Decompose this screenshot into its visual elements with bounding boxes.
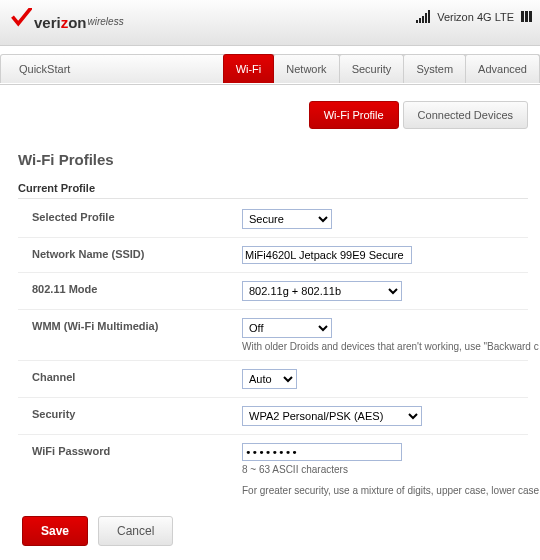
select-security[interactable]: WPA2 Personal/PSK (AES) <box>242 406 422 426</box>
content-area: Wi-Fi Profile Connected Devices Wi-Fi Pr… <box>0 85 540 554</box>
signal-bars-icon <box>416 10 430 23</box>
brand-logo: verizon wireless <box>10 8 124 31</box>
save-button[interactable]: Save <box>22 516 88 546</box>
verizon-check-icon <box>10 8 32 30</box>
label-mode: 802.11 Mode <box>32 281 242 295</box>
select-selected-profile[interactable]: Secure <box>242 209 332 229</box>
label-security: Security <box>32 406 242 420</box>
brand-subtext: wireless <box>88 16 124 27</box>
input-ssid[interactable] <box>242 246 412 264</box>
section-current-profile: Current Profile <box>18 182 528 199</box>
brand-text: verizon <box>34 14 87 31</box>
select-mode[interactable]: 802.11g + 802.11b <box>242 281 402 301</box>
hint-password-length: 8 ~ 63 ASCII characters <box>242 464 539 475</box>
label-wmm: WMM (Wi-Fi Multimedia) <box>32 318 242 332</box>
tab-advanced[interactable]: Advanced <box>465 54 540 83</box>
network-status-text: Verizon 4G LTE <box>437 11 514 23</box>
main-tabstrip: QuickStart Wi-Fi Network Security System… <box>0 46 540 84</box>
label-channel: Channel <box>32 369 242 383</box>
battery-bars-icon <box>521 11 532 22</box>
hint-password-tip: For greater security, use a mixture of d… <box>242 485 539 496</box>
header-bar: verizon wireless Verizon 4G LTE <box>0 0 540 46</box>
status-area: Verizon 4G LTE <box>416 10 532 23</box>
tab-wifi[interactable]: Wi-Fi <box>223 54 275 83</box>
label-ssid: Network Name (SSID) <box>32 246 242 260</box>
hint-wmm: With older Droids and devices that aren'… <box>242 341 539 352</box>
tab-system[interactable]: System <box>403 54 466 83</box>
subtab-connected-devices[interactable]: Connected Devices <box>403 101 528 129</box>
subtab-wifi-profile[interactable]: Wi-Fi Profile <box>309 101 399 129</box>
select-channel[interactable]: Auto <box>242 369 297 389</box>
cancel-button[interactable]: Cancel <box>98 516 173 546</box>
page-title: Wi-Fi Profiles <box>18 151 528 168</box>
label-selected-profile: Selected Profile <box>32 209 242 223</box>
tab-network[interactable]: Network <box>273 54 339 83</box>
label-password: WiFi Password <box>32 443 242 457</box>
select-wmm[interactable]: Off <box>242 318 332 338</box>
input-password[interactable] <box>242 443 402 461</box>
tab-security[interactable]: Security <box>339 54 405 83</box>
